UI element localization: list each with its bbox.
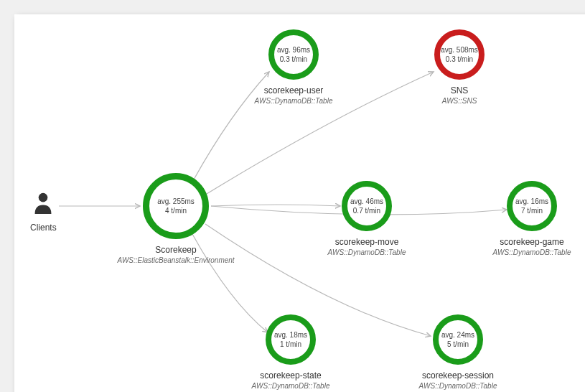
node-state-avg: avg. 18ms — [274, 330, 307, 340]
node-session-circle: avg. 24ms 5 t/min — [433, 314, 483, 365]
svg-point-0 — [39, 193, 48, 202]
node-user-circle: avg. 96ms 0.3 t/min — [268, 29, 319, 80]
node-scorekeep-circle: avg. 255ms 4 t/min — [143, 173, 209, 239]
node-state-resource: AWS::DynamoDB::Table — [244, 382, 337, 390]
node-sns-circle: avg. 508ms 0.3 t/min — [434, 29, 485, 80]
node-move[interactable]: avg. 46ms 0.7 t/min scorekeep-move AWS::… — [320, 181, 413, 256]
node-scorekeep[interactable]: avg. 255ms 4 t/min Scorekeep AWS::Elasti… — [108, 173, 244, 264]
node-move-title: scorekeep-move — [320, 237, 413, 247]
node-move-rate: 0.7 t/min — [353, 206, 380, 215]
node-move-avg: avg. 46ms — [350, 197, 383, 206]
service-map-diagram: Clients avg. 255ms 4 t/min Scorekeep AWS… — [14, 14, 585, 392]
user-icon — [33, 191, 53, 214]
node-user[interactable]: avg. 96ms 0.3 t/min scorekeep-user AWS::… — [247, 29, 340, 105]
node-move-resource: AWS::DynamoDB::Table — [320, 248, 413, 256]
node-game[interactable]: avg. 16ms 7 t/min scorekeep-game AWS::Dy… — [485, 181, 579, 256]
node-session-resource: AWS::DynamoDB::Table — [408, 382, 508, 390]
node-clients[interactable]: Clients — [30, 191, 57, 233]
node-session-rate: 5 t/min — [447, 340, 469, 349]
node-user-avg: avg. 96ms — [277, 45, 310, 55]
node-user-rate: 0.3 t/min — [280, 55, 307, 64]
node-user-title: scorekeep-user — [247, 85, 340, 95]
node-game-avg: avg. 16ms — [515, 197, 548, 206]
node-game-circle: avg. 16ms 7 t/min — [507, 181, 557, 231]
node-clients-label: Clients — [30, 223, 57, 233]
node-sns-title: SNS — [420, 85, 499, 95]
node-game-resource: AWS::DynamoDB::Table — [485, 248, 579, 256]
node-sns[interactable]: avg. 508ms 0.3 t/min SNS AWS::SNS — [420, 29, 499, 105]
node-game-title: scorekeep-game — [485, 237, 579, 247]
node-session[interactable]: avg. 24ms 5 t/min scorekeep-session AWS:… — [408, 314, 508, 390]
node-state-rate: 1 t/min — [280, 340, 301, 349]
node-move-circle: avg. 46ms 0.7 t/min — [342, 181, 392, 231]
node-session-title: scorekeep-session — [408, 370, 508, 381]
node-scorekeep-resource: AWS::ElasticBeanstalk::Environment — [108, 256, 244, 264]
node-state-title: scorekeep-state — [244, 370, 337, 381]
node-sns-avg: avg. 508ms — [441, 45, 478, 55]
node-state[interactable]: avg. 18ms 1 t/min scorekeep-state AWS::D… — [244, 314, 337, 390]
node-session-avg: avg. 24ms — [441, 330, 474, 340]
node-scorekeep-rate: 4 t/min — [165, 206, 187, 215]
node-scorekeep-title: Scorekeep — [108, 245, 244, 255]
node-game-rate: 7 t/min — [521, 206, 543, 215]
node-sns-resource: AWS::SNS — [420, 97, 499, 105]
node-scorekeep-avg: avg. 255ms — [157, 197, 195, 206]
node-state-circle: avg. 18ms 1 t/min — [266, 314, 316, 365]
node-user-resource: AWS::DynamoDB::Table — [247, 97, 340, 105]
node-sns-rate: 0.3 t/min — [446, 55, 473, 64]
